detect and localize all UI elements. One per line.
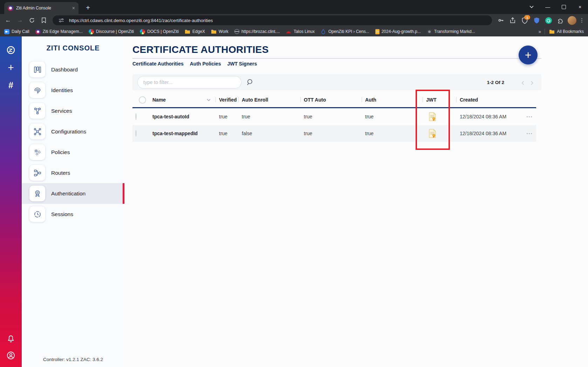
- forward-button[interactable]: →: [15, 16, 25, 25]
- next-page-icon[interactable]: ›: [527, 78, 536, 87]
- grammarly-extension-icon[interactable]: [544, 16, 553, 25]
- browser-tab[interactable]: Ziti Admin Console ×: [4, 2, 78, 14]
- ca-auth: true: [362, 131, 423, 136]
- sessions-clock-icon: [29, 206, 45, 222]
- column-header-name[interactable]: Name: [149, 92, 216, 107]
- profile-avatar[interactable]: [568, 16, 576, 25]
- ziti-favicon-icon: [35, 29, 41, 34]
- tab-close-icon[interactable]: ×: [72, 6, 75, 11]
- browser-toolbar: ← → https://ctrl.cdaws.clint.demo.openzi…: [0, 14, 588, 27]
- sidebar-item-services[interactable]: Services: [22, 101, 124, 121]
- docs-favicon-icon: [140, 29, 145, 34]
- dark-favicon-icon: [427, 29, 432, 34]
- browser-menu-icon[interactable]: ⋮: [579, 17, 584, 23]
- bookmark-item[interactable]: Daily Call: [4, 29, 29, 34]
- maximize-button[interactable]: [556, 0, 572, 14]
- tab-strip: Ziti Admin Console × + — ×: [0, 0, 588, 14]
- column-header-auth[interactable]: Auth: [362, 92, 423, 107]
- openziti-kpi-favicon-icon: [321, 29, 326, 34]
- bookmark-item[interactable]: Transforming Markd...: [427, 29, 475, 34]
- all-bookmarks-button[interactable]: All Bookmarks: [549, 29, 584, 34]
- site-settings-icon[interactable]: [57, 16, 66, 25]
- pagination-label: 1-2 Of 2: [487, 80, 504, 85]
- bookmark-item[interactable]: Work: [211, 29, 228, 34]
- table-row[interactable]: tpca-test-autoId true true true true 12/…: [132, 108, 536, 125]
- table-header-row: Name Verified Auto Enroll OTT Auto Auth …: [132, 92, 536, 108]
- authentication-badge-icon: [29, 186, 45, 201]
- privacy-shield-icon[interactable]: 1: [520, 16, 529, 25]
- bookmark-item[interactable]: EdgeX: [185, 29, 205, 34]
- row-menu-icon[interactable]: [522, 133, 536, 134]
- bookmark-item[interactable]: Ziti Edge Managem...: [35, 29, 83, 34]
- talos-favicon-icon: [286, 29, 292, 34]
- column-header-verified[interactable]: Verified: [216, 92, 238, 107]
- sidebar-nav: Dashboard Identities Services Configurat…: [22, 59, 124, 224]
- search-icon[interactable]: [246, 78, 254, 86]
- tab-auth-policies[interactable]: Auth Policies: [190, 61, 221, 67]
- folder-icon: [211, 29, 217, 34]
- row-menu-icon[interactable]: [522, 116, 536, 117]
- shield-badge: 1: [524, 15, 530, 20]
- new-tab-button[interactable]: +: [83, 3, 93, 12]
- sidebar-item-authentication[interactable]: Authentication: [22, 183, 124, 204]
- ca-verified: true: [216, 131, 238, 136]
- jwt-certificate-icon[interactable]: [423, 129, 456, 138]
- bookmark-item[interactable]: DOCS | OpenZiti: [140, 29, 179, 34]
- sidebar-item-identities[interactable]: Identities: [22, 80, 124, 101]
- pagination: 1-2 Of 2 ‹ ›: [487, 78, 536, 87]
- back-button[interactable]: ←: [4, 16, 13, 25]
- bookmark-item[interactable]: 2024-Aug-growth.p...: [375, 29, 421, 34]
- select-all-checkbox[interactable]: [139, 96, 146, 104]
- reload-button[interactable]: [27, 16, 36, 25]
- filter-toolbar: 1-2 Of 2 ‹ ›: [132, 74, 541, 90]
- column-header-auto-enroll[interactable]: Auto Enroll: [238, 92, 300, 107]
- share-icon[interactable]: [508, 16, 517, 25]
- sidebar-item-policies[interactable]: Policies: [22, 142, 124, 162]
- bookmark-panel-icon[interactable]: [39, 16, 48, 25]
- ziti-logo-icon[interactable]: [5, 44, 17, 56]
- previous-page-icon[interactable]: ‹: [518, 78, 527, 87]
- table-row[interactable]: tpca-test-mappedId true false true true …: [132, 125, 536, 142]
- row-checkbox[interactable]: [135, 113, 137, 120]
- sort-chevron-icon[interactable]: [207, 99, 211, 101]
- column-header-jwt[interactable]: JWT: [423, 92, 456, 107]
- sidebar-item-routers[interactable]: Routers: [22, 162, 124, 183]
- bookmark-item[interactable]: Discourse | OpenZiti: [89, 29, 134, 34]
- jwt-certificate-icon[interactable]: [423, 112, 456, 121]
- filter-input[interactable]: [137, 76, 241, 89]
- sidebar-item-dashboard[interactable]: Dashboard: [22, 59, 124, 80]
- services-network-icon: [29, 103, 45, 119]
- close-button[interactable]: ×: [572, 0, 588, 14]
- address-bar[interactable]: https://ctrl.cdaws.clint.demo.openziti.o…: [53, 15, 492, 25]
- password-key-icon[interactable]: [496, 16, 505, 25]
- folder-icon: [549, 29, 555, 34]
- ziti-console-app: + # ZITI CONSOLE Dashboard: [0, 36, 588, 367]
- add-certificate-authority-button[interactable]: +: [519, 46, 538, 64]
- blue-shield-extension-icon[interactable]: [532, 16, 541, 25]
- bookmarks-overflow-icon[interactable]: »: [539, 29, 541, 34]
- tab-title: Ziti Admin Console: [16, 6, 69, 11]
- row-checkbox[interactable]: [135, 130, 137, 137]
- page-title: CERTIFICATE AUTHORITIES: [132, 44, 269, 55]
- bookmark-item[interactable]: Talos Linux: [286, 29, 315, 34]
- ca-name[interactable]: tpca-test-mappedId: [149, 131, 216, 136]
- ca-name[interactable]: tpca-test-autoId: [149, 114, 216, 119]
- tab-search-icon[interactable]: [524, 0, 540, 14]
- bookmark-item[interactable]: https://brozac.clint....: [234, 29, 280, 34]
- sidebar-item-configurations[interactable]: Configurations: [22, 121, 124, 142]
- sidebar-item-sessions[interactable]: Sessions: [22, 204, 124, 224]
- bookmark-item[interactable]: OpenZiti KPI › Cens...: [321, 29, 369, 34]
- minimize-button[interactable]: —: [540, 0, 556, 14]
- certificate-authorities-table: Name Verified Auto Enroll OTT Auto Auth …: [132, 92, 536, 142]
- column-header-ott-auto[interactable]: OTT Auto: [300, 92, 362, 107]
- rail-add-icon[interactable]: +: [5, 62, 17, 74]
- notifications-bell-icon[interactable]: [5, 333, 17, 345]
- rail-hash-icon[interactable]: #: [5, 79, 17, 91]
- browser-chrome: Ziti Admin Console × + — × ← → https://c…: [0, 0, 588, 36]
- tab-certificate-authorities[interactable]: Certificate Authorities: [132, 61, 184, 67]
- extensions-puzzle-icon[interactable]: [556, 16, 565, 25]
- tab-jwt-signers[interactable]: JWT Signers: [227, 61, 257, 67]
- bookmarks-bar: Daily Call Ziti Edge Managem... Discours…: [0, 27, 588, 37]
- account-icon[interactable]: [5, 349, 17, 361]
- column-header-created[interactable]: Created: [456, 92, 522, 107]
